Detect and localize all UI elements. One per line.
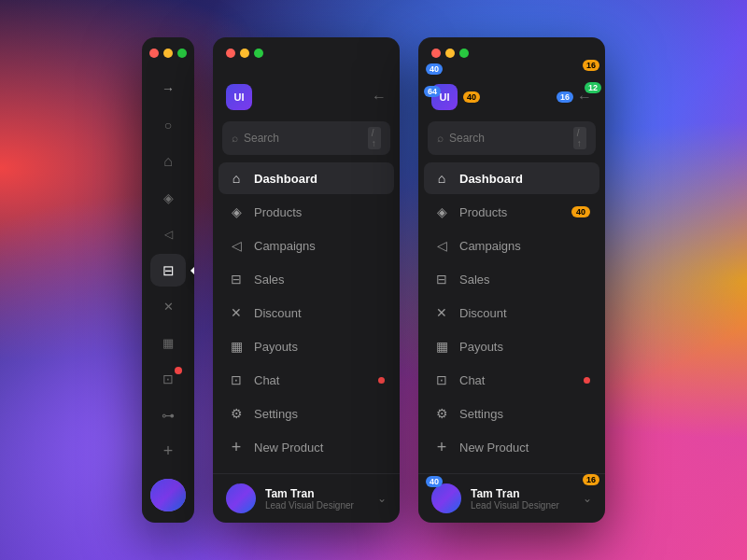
discount-icon: ✕ (228, 304, 245, 321)
panel-footer[interactable]: Tam Tran Lead Visual Designer ⌄ (213, 473, 400, 523)
user-avatar[interactable] (150, 479, 186, 511)
menu-new-product[interactable]: + New Product (218, 431, 394, 463)
menu-chat[interactable]: ⊡ Chat (218, 364, 394, 396)
nav-new-product[interactable]: + (150, 435, 186, 468)
traffic-lights-3 (418, 37, 605, 58)
tl-green (177, 49, 187, 58)
search-shortcut: /↑ (368, 127, 381, 149)
avatar-image (150, 479, 186, 511)
panel-collapsed: → ○ ⌂ ◈ ◁ ⊟ Sales ✕ ▦ ⊡ ⊶ + (142, 37, 194, 523)
tl3-yellow (445, 49, 455, 58)
tl3-red (431, 49, 441, 58)
panels-container: → ○ ⌂ ◈ ◁ ⊟ Sales ✕ ▦ ⊡ ⊶ + UI ← (0, 0, 747, 560)
search-icon: ⌕ (232, 132, 238, 145)
header-notif-badge: 16 (557, 91, 573, 103)
products-notif-badge: 40 (571, 206, 590, 217)
panel-footer-3[interactable]: Tam Tran Lead Visual Designer ⌄ (418, 473, 605, 523)
products-label-3: Products (459, 205, 507, 219)
nav-sales[interactable]: ⊟ Sales (150, 254, 186, 287)
footer-role: Lead Visual Designer (265, 500, 368, 511)
footer-role-3: Lead Visual Designer (471, 500, 573, 511)
menu-settings[interactable]: ⚙ Settings (218, 398, 394, 429)
new-product-label: New Product (254, 441, 323, 455)
chat-badge (175, 367, 182, 374)
nav-payouts[interactable]: ▦ (150, 327, 186, 359)
menu-dashboard[interactable]: ⌂ Dashboard (218, 162, 394, 194)
menu3-payouts[interactable]: ▦ Payouts (424, 330, 599, 362)
menu-sales[interactable]: ⊟ Sales (218, 263, 394, 295)
tl2-green (254, 49, 263, 58)
nav-settings[interactable]: ⊶ (150, 399, 186, 431)
tl2-yellow (240, 49, 249, 58)
menu-campaigns[interactable]: ◁ Campaigns (218, 230, 394, 261)
menu-items: ⌂ Dashboard ◈ Products ◁ Campaigns ⊟ Sal… (213, 162, 400, 473)
discount-label-3: Discount (459, 306, 507, 320)
search-icon-3: ⌕ (437, 132, 444, 145)
payouts-icon-3: ▦ (433, 338, 450, 355)
tl-red (149, 49, 159, 58)
menu3-discount[interactable]: ✕ Discount (424, 297, 599, 329)
campaigns-label: Campaigns (254, 239, 316, 253)
menu3-settings[interactable]: ⚙ Settings (424, 398, 599, 429)
discount-label: Discount (254, 306, 302, 320)
nav-home[interactable]: ⌂ (150, 146, 186, 178)
menu-payouts[interactable]: ▦ Payouts (218, 330, 394, 362)
products-icon-3: ◈ (433, 203, 450, 220)
chat-label: Chat (254, 373, 279, 387)
footer-chevron-icon-3: ⌄ (583, 492, 592, 505)
back-arrow-button[interactable]: ← (372, 89, 387, 105)
payouts-label: Payouts (254, 340, 298, 354)
search-bar[interactable]: ⌕ /↑ (222, 121, 390, 155)
footer-avatar (226, 483, 256, 513)
traffic-lights (146, 49, 190, 58)
menu3-dashboard[interactable]: ⌂ Dashboard (424, 162, 599, 194)
notif-badge-16-bottom: 16 (583, 474, 599, 485)
logo-notif-badge: 40 (463, 91, 480, 103)
campaigns-icon-3: ◁ (433, 237, 450, 254)
search-input-3[interactable] (449, 132, 568, 145)
menu3-new-product[interactable]: + New Product (424, 431, 599, 463)
search-bar-3[interactable]: ⌕ /↑ (428, 121, 596, 155)
nav-products[interactable]: ◈ (150, 181, 186, 214)
campaigns-icon: ◁ (228, 237, 245, 254)
chat-icon-3: ⊡ (433, 371, 450, 388)
footer-name: Tam Tran (265, 487, 368, 500)
sales-label: Sales (254, 273, 285, 287)
search-input[interactable] (244, 132, 362, 145)
chat-label-3: Chat (459, 373, 485, 387)
products-icon: ◈ (228, 203, 245, 220)
menu3-campaigns[interactable]: ◁ Campaigns (424, 230, 599, 261)
footer-avatar-3 (431, 483, 461, 513)
menu3-sales[interactable]: ⊟ Sales (424, 263, 599, 295)
campaigns-label-3: Campaigns (459, 239, 521, 253)
notif-badge-40-bottom: 40 (426, 476, 443, 487)
notif-badge-40-top: 40 (426, 63, 443, 75)
settings-label: Settings (254, 407, 298, 421)
panel-header: UI ← (213, 73, 400, 118)
nav-discount[interactable]: ✕ (150, 290, 186, 323)
settings-label-3: Settings (459, 407, 503, 421)
new-product-label-3: New Product (459, 441, 529, 455)
products-label: Products (254, 205, 302, 219)
dashboard-label: Dashboard (254, 172, 317, 186)
nav-expand[interactable]: → (150, 73, 186, 105)
footer-info: Tam Tran Lead Visual Designer (265, 487, 368, 511)
notif-badge-64: 64 (424, 86, 441, 97)
search-shortcut-3: /↑ (573, 127, 586, 149)
discount-icon-3: ✕ (433, 304, 450, 321)
chat-icon: ⊡ (228, 371, 245, 388)
menu-products[interactable]: ◈ Products (218, 196, 394, 228)
dashboard-icon: ⌂ (228, 170, 245, 187)
nav-search[interactable]: ○ (150, 109, 186, 142)
menu3-products[interactable]: ◈ Products 40 (424, 196, 599, 228)
panel-notifications: 40 16 64 12 40 16 UI 40 16 ← ⌕ /↑ (418, 37, 605, 523)
settings-icon: ⚙ (228, 405, 245, 422)
nav-chat[interactable]: ⊡ (150, 363, 186, 396)
dashboard-icon-3: ⌂ (433, 170, 450, 187)
payouts-icon: ▦ (228, 338, 245, 355)
sales-label-3: Sales (459, 273, 490, 287)
menu3-chat[interactable]: ⊡ Chat (424, 364, 599, 396)
menu-discount[interactable]: ✕ Discount (218, 297, 394, 329)
footer-chevron-icon: ⌄ (377, 492, 387, 505)
nav-campaigns[interactable]: ◁ (150, 217, 186, 250)
